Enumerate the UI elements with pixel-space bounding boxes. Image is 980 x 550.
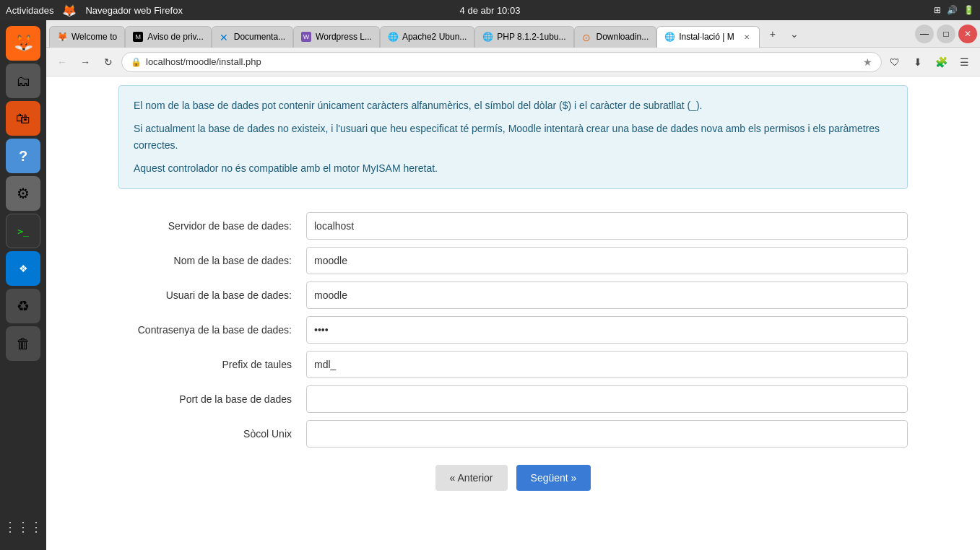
activities-label[interactable]: Actividades (6, 5, 53, 16)
sound-icon: 🔊 (947, 5, 958, 15)
datetime-label: 4 de abr 10:03 (460, 5, 521, 16)
network-icon: ⊞ (934, 5, 941, 15)
os-bar: Actividades 🦊 Navegador web Firefox 4 de… (0, 0, 980, 20)
app-name-label: Navegador web Firefox (85, 5, 182, 16)
battery-icon: 🔋 (963, 5, 974, 15)
